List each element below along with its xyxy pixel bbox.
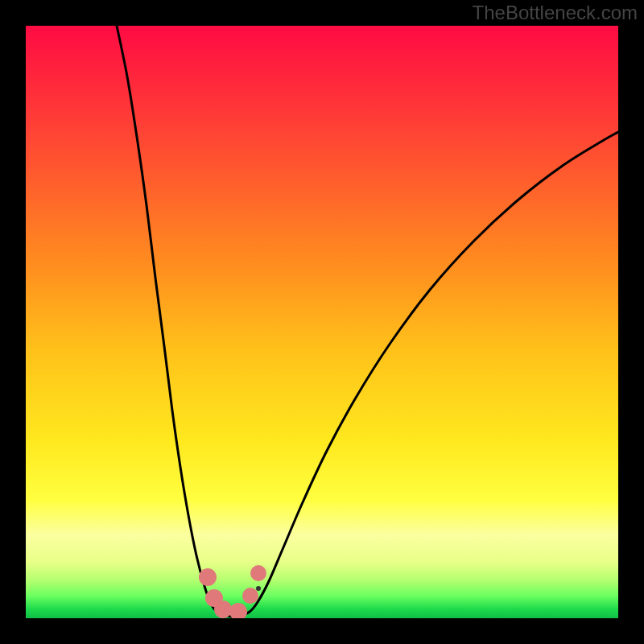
marker-6	[256, 586, 261, 591]
bottleneck-chart	[0, 0, 644, 644]
watermark-text: TheBottleneck.com	[473, 2, 638, 24]
marker-4	[242, 588, 258, 604]
marker-2	[214, 601, 232, 618]
gradient-background	[26, 26, 618, 618]
chart-frame: TheBottleneck.com	[0, 0, 644, 644]
marker-0	[199, 568, 217, 586]
marker-3	[229, 603, 247, 621]
marker-5	[250, 565, 266, 581]
